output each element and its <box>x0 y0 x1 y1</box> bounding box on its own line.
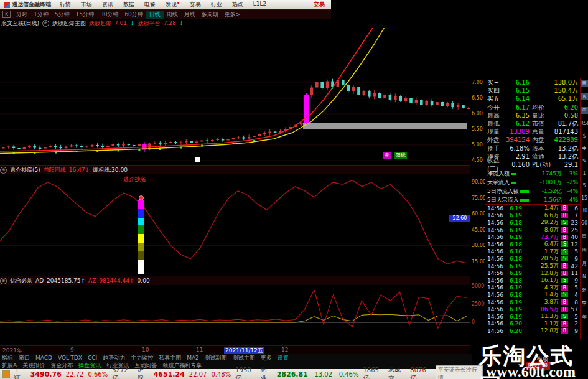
period-quick-15[interactable]: 15 <box>581 195 587 201</box>
tick-row[interactable]: 14:566.1986.5万B57 <box>485 306 580 313</box>
flow-bar-icon <box>511 182 516 184</box>
period-quick-多[interactable]: 多 <box>582 286 587 293</box>
status-bar-icon[interactable] <box>2 370 10 378</box>
panel2-svg[interactable] <box>0 284 470 345</box>
money-flow-section: 净流入额-1745万-3%大宗流入-1001万-2%5日净流入额-1.52亿-4… <box>485 169 580 204</box>
tick-row[interactable]: 14:566.1925.5万B42 <box>485 263 580 270</box>
period-更多>[interactable]: 更多> <box>222 11 244 19</box>
period-quick-年[interactable]: 年 <box>582 314 587 321</box>
tab-更多[interactable]: 更多 <box>261 354 272 362</box>
tick-row[interactable]: 14:566.1820.5万S9 <box>485 255 580 263</box>
tick-row[interactable]: 14:566.198.0万B25 <box>485 227 580 234</box>
period-quick-N[interactable]: N <box>582 274 586 279</box>
tick-count: 9 <box>568 278 578 284</box>
menu-item[interactable]: 行业 <box>206 1 227 9</box>
tab-测试副图[interactable]: 测试副图 <box>205 354 227 362</box>
tool-✚[interactable]: ✚ <box>582 146 587 151</box>
flow-row: 5日大宗流入-1.56亿-4% <box>485 195 580 204</box>
period-quick-季[interactable]: 季 <box>582 300 587 307</box>
period-多周期[interactable]: 多周期 <box>198 11 222 19</box>
period-quick-1[interactable]: 1 <box>582 171 586 176</box>
tick-row[interactable]: 14:566.1912.8万B11 <box>485 269 580 277</box>
flow-row: 5日净流入额-1.52亿-4% <box>485 187 580 195</box>
tool-icon[interactable]: ⊞ <box>581 107 588 114</box>
menu-item[interactable]: 热点 <box>227 1 248 9</box>
kline-icon[interactable]: K <box>2 11 11 18</box>
period-quick-日[interactable]: 日 <box>582 233 587 240</box>
tool-icon[interactable]: ▤ <box>581 80 588 87</box>
tool-RSI[interactable]: RSI <box>581 121 588 126</box>
menu-item[interactable]: 交易 <box>185 1 206 9</box>
tick-row[interactable]: 14:566.193.8万B8 <box>485 299 580 306</box>
tick-row[interactable]: 14:566.1829.2万S23 <box>485 219 580 227</box>
tool-✎[interactable]: ✎ <box>582 158 587 164</box>
tick-row[interactable]: 14:566.196.6万B7 <box>485 212 580 220</box>
main-chart-svg[interactable] <box>0 28 470 165</box>
period-周线[interactable]: 周线 <box>164 11 181 19</box>
overlay-toggle-icon[interactable]: ⊕ <box>42 20 49 27</box>
period-月线[interactable]: 月线 <box>181 11 198 19</box>
status-item: 总成交 <box>388 365 406 379</box>
menu-item[interactable]: 电警 <box>139 1 161 9</box>
flow-value: -1001万 <box>517 179 562 187</box>
tick-row[interactable]: 14:566.1911.3万S5 <box>485 313 580 321</box>
menu-item[interactable]: 行情 <box>55 1 76 9</box>
panel1-svg[interactable]: 逃介抄底 <box>0 174 470 274</box>
flow-bar-icon <box>520 199 529 202</box>
status-item: 0.66% <box>88 371 108 378</box>
period-分时[interactable]: 分时 <box>13 11 30 19</box>
panel2-toggle-icon[interactable]: ⊕ <box>0 278 7 284</box>
menu-item[interactable]: L1L2 <box>248 1 271 9</box>
menu-item[interactable]: 资讯 <box>97 1 118 9</box>
tab-MACD[interactable]: MACD <box>35 355 52 361</box>
tick-row[interactable]: 14:566.191.4万B6 <box>485 205 580 212</box>
tab-CCI[interactable]: CCI <box>88 355 97 361</box>
tool-icon[interactable]: K <box>581 93 588 100</box>
period-5分钟[interactable]: 5分钟 <box>52 11 73 19</box>
indicator-tabs: 指标窗口MACDVOL-TDXCCI趋势动力主力监控私募主图MA2测试副图测试主… <box>0 354 472 362</box>
tick-row[interactable]: 14:566.1816.1万S9 <box>485 277 580 284</box>
menu-item[interactable]: 市场 <box>76 1 97 9</box>
tab-设置[interactable]: 设置 <box>278 354 289 362</box>
tab-VOL-TDX[interactable]: VOL-TDX <box>58 355 82 361</box>
stat-label: 总量 <box>530 128 554 136</box>
tick-row[interactable]: 14:566.2012.8万B9 <box>485 327 580 335</box>
tick-side-badge: S <box>561 314 568 319</box>
menu-row: 行情市场资讯数据电警发现•交易行业热点L1L2 <box>55 1 271 9</box>
trade-menu[interactable]: 交易 <box>307 1 331 9</box>
tick-time: 14:56 <box>487 321 506 327</box>
stat-value: 13.2亿 <box>554 144 578 153</box>
period-quick-30[interactable]: 30 <box>581 208 587 213</box>
period-15分钟[interactable]: 15分钟 <box>72 11 96 19</box>
tab-MA2[interactable]: MA2 <box>187 355 199 361</box>
period-30分钟[interactable]: 30分钟 <box>97 11 121 19</box>
menu-item[interactable]: 数据 <box>118 1 139 9</box>
panel1-toggle-icon[interactable]: ⊕ <box>0 167 7 174</box>
tick-row[interactable]: 14:566.181.7万S5 <box>485 248 580 256</box>
tick-side-badge: B <box>561 271 568 276</box>
period-quick-月[interactable]: 月 <box>582 260 587 267</box>
tick-row[interactable]: 14:566.194.3万B5 <box>485 284 580 292</box>
buy-label: 买五 <box>487 95 506 103</box>
period-60分钟[interactable]: 60分钟 <box>121 11 146 19</box>
tick-time: 14:56 <box>487 241 506 248</box>
tick-row[interactable]: 14:566.1973.7万B40 <box>485 233 580 241</box>
period-quick-周[interactable]: 周 <box>582 246 587 253</box>
tick-side-badge: B <box>561 321 568 327</box>
menu-item[interactable]: 发现• <box>161 1 185 9</box>
stat-row: 换手6.18%股本13.2亿 <box>485 144 580 152</box>
period-1分钟[interactable]: 1分钟 <box>30 11 52 19</box>
period-quick-60[interactable]: 60 <box>581 220 587 226</box>
stat-label: 换手 <box>487 144 506 153</box>
buy-volume: 65.1万 <box>530 95 578 103</box>
flow-pct: -2% <box>562 179 578 185</box>
tick-row[interactable]: 14:566.186.4万S12 <box>485 241 580 248</box>
tick-count: 4 <box>568 292 578 298</box>
indicator2-arrow: ↓ <box>179 20 184 26</box>
tool-$[interactable]: $ <box>582 133 586 139</box>
period-quick-5[interactable]: 5 <box>582 183 586 189</box>
tick-row[interactable]: 14:566.181.4万S4 <box>485 291 580 299</box>
tab-测试主图[interactable]: 测试主图 <box>233 354 255 362</box>
tick-row[interactable]: 14:566.201.1万B2 <box>485 321 580 328</box>
period-日线[interactable]: 日线 <box>146 11 164 19</box>
